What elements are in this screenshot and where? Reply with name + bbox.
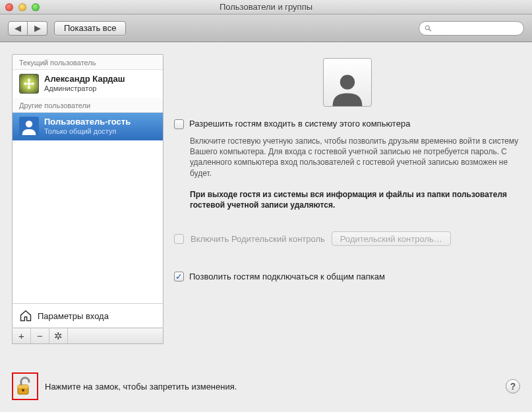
guest-user-name: Пользователь-гость bbox=[44, 117, 131, 127]
svg-point-5 bbox=[24, 82, 27, 85]
current-user-name: Александр Кардаш bbox=[44, 74, 125, 84]
sidebar-item-current-user[interactable]: Александр Кардаш Администратор bbox=[13, 70, 163, 98]
svg-point-2 bbox=[27, 82, 30, 85]
action-menu-button[interactable]: ✲ bbox=[49, 328, 68, 343]
show-all-button[interactable]: Показать все bbox=[54, 21, 126, 36]
svg-point-7 bbox=[26, 121, 32, 127]
remove-user-button[interactable]: − bbox=[31, 328, 49, 343]
current-user-role: Администратор bbox=[44, 84, 125, 93]
svg-point-4 bbox=[28, 86, 30, 89]
home-icon bbox=[19, 309, 32, 322]
login-options-button[interactable]: Параметры входа bbox=[13, 303, 163, 328]
gear-icon: ✲ bbox=[54, 330, 63, 342]
guest-user-role: Только общий доступ bbox=[44, 127, 131, 136]
zoom-window-button[interactable] bbox=[32, 3, 40, 11]
svg-point-11 bbox=[22, 389, 24, 392]
parental-controls-checkbox bbox=[174, 234, 184, 244]
minimize-window-button[interactable] bbox=[18, 3, 26, 11]
user-picture[interactable] bbox=[323, 58, 372, 107]
chevron-right-icon: ▶ bbox=[34, 23, 41, 33]
allow-guest-description: Включите гостевую учетную запись, чтобы … bbox=[190, 136, 520, 179]
person-icon bbox=[20, 118, 38, 135]
svg-line-1 bbox=[429, 29, 431, 31]
chevron-left-icon: ◀ bbox=[15, 23, 21, 33]
minus-icon: − bbox=[37, 330, 43, 341]
search-field[interactable] bbox=[419, 21, 524, 36]
search-icon bbox=[425, 24, 432, 32]
allow-shared-folders-label: Позволить гостям подключаться к общим па… bbox=[189, 272, 385, 281]
sidebar-item-guest-user[interactable]: Пользователь-гость Только общий доступ bbox=[13, 113, 163, 140]
close-window-button[interactable] bbox=[5, 3, 13, 11]
svg-point-3 bbox=[28, 78, 30, 82]
unlocked-lock-icon bbox=[16, 376, 33, 396]
svg-point-8 bbox=[340, 74, 354, 89]
allow-guest-warning: При выходе гостя из системы вся информац… bbox=[190, 189, 520, 210]
question-icon: ? bbox=[510, 381, 516, 392]
add-user-button[interactable]: + bbox=[13, 328, 31, 343]
search-input[interactable] bbox=[434, 24, 518, 33]
plus-icon: + bbox=[18, 330, 24, 341]
allow-shared-folders-checkbox[interactable]: ✓ bbox=[174, 272, 184, 281]
current-user-header: Текущий пользователь bbox=[13, 55, 163, 70]
flower-icon bbox=[23, 78, 35, 90]
login-options-label: Параметры входа bbox=[38, 311, 109, 321]
window-title: Пользователи и группы bbox=[0, 2, 532, 12]
svg-point-6 bbox=[31, 82, 34, 85]
person-icon bbox=[329, 69, 366, 106]
allow-guest-login-checkbox[interactable] bbox=[174, 119, 184, 129]
lock-button[interactable] bbox=[12, 372, 38, 400]
help-button[interactable]: ? bbox=[506, 379, 520, 394]
forward-button[interactable]: ▶ bbox=[28, 21, 47, 36]
svg-rect-10 bbox=[18, 385, 28, 388]
allow-guest-login-label: Разрешить гостям входить в систему этого… bbox=[189, 119, 410, 129]
open-parental-controls-button: Родительский контроль… bbox=[332, 231, 451, 246]
lock-text: Нажмите на замок, чтобы запретить измене… bbox=[45, 382, 237, 392]
show-all-label: Показать все bbox=[64, 23, 116, 33]
other-users-header: Другие пользователи bbox=[13, 98, 163, 113]
back-button[interactable]: ◀ bbox=[8, 21, 28, 36]
parental-controls-label: Включить Родительский контроль bbox=[191, 234, 325, 244]
open-parental-controls-label: Родительский контроль… bbox=[340, 234, 442, 244]
avatar bbox=[19, 117, 39, 136]
avatar bbox=[19, 74, 39, 94]
